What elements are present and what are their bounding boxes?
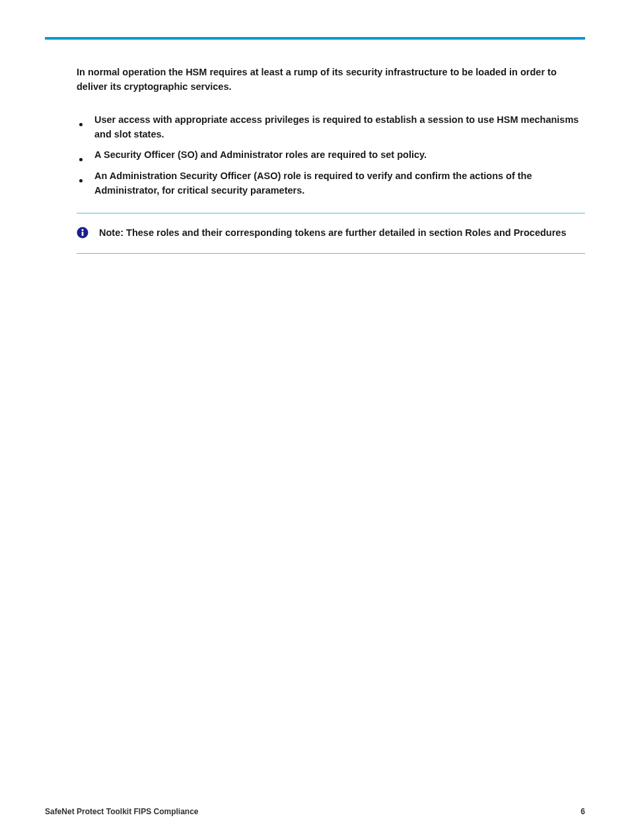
bullet-icon	[79, 123, 83, 126]
svg-point-1	[81, 229, 83, 231]
list-item-text: User access with appropriate access priv…	[94, 113, 585, 142]
note-text: Note: These roles and their correspondin…	[99, 225, 585, 240]
info-icon	[77, 227, 88, 241]
list-item-text: A Security Officer (SO) and Administrato…	[94, 148, 427, 163]
note-box: Note: These roles and their correspondin…	[77, 213, 585, 254]
page-number: 6	[580, 807, 585, 816]
header-rule	[45, 37, 585, 40]
note-body-text: These roles and their corresponding toke…	[126, 227, 566, 238]
note-label: Note:	[99, 227, 123, 238]
list-item-text: An Administration Security Officer (ASO)…	[94, 169, 585, 198]
bullet-list: User access with appropriate access priv…	[77, 113, 585, 198]
list-item: User access with appropriate access priv…	[77, 113, 585, 142]
bullet-icon	[79, 179, 83, 182]
page-footer: SafeNet Protect Toolkit FIPS Compliance …	[45, 807, 585, 816]
footer-left: SafeNet Protect Toolkit FIPS Compliance	[45, 807, 199, 816]
svg-rect-2	[82, 231, 84, 235]
note-bottom-rule	[77, 253, 585, 254]
intro-paragraph: In normal operation the HSM requires at …	[77, 65, 585, 95]
list-item: An Administration Security Officer (ASO)…	[77, 169, 585, 198]
list-item: A Security Officer (SO) and Administrato…	[77, 148, 585, 163]
bullet-icon	[79, 158, 83, 161]
